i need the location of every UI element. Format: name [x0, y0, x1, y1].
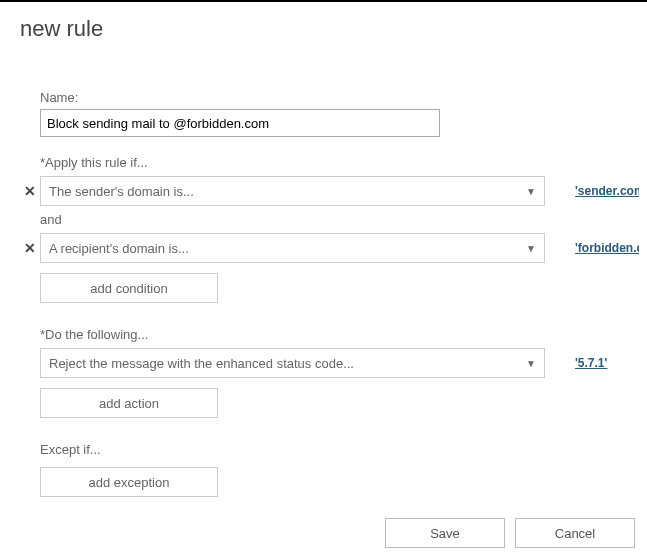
scroll-area[interactable]: Name: *Apply this rule if... ✕ The sende… — [20, 74, 639, 500]
dropdown-text: The sender's domain is... — [49, 184, 194, 199]
condition-value-sender[interactable]: 'sender.com' — [575, 184, 639, 198]
chevron-down-icon: ▼ — [526, 358, 536, 369]
condition-value-recipient[interactable]: 'forbidden.com' — [575, 241, 639, 255]
name-label: Name: — [40, 90, 635, 105]
condition-row: ✕ A recipient's domain is... ▼ 'forbidde… — [20, 233, 635, 263]
action-row: Reject the message with the enhanced sta… — [20, 348, 635, 378]
name-input[interactable] — [40, 109, 440, 137]
condition-row: ✕ The sender's domain is... ▼ 'sender.co… — [20, 176, 635, 206]
add-action-button[interactable]: add action — [40, 388, 218, 418]
chevron-down-icon: ▼ — [526, 186, 536, 197]
condition-dropdown-recipient-domain[interactable]: A recipient's domain is... ▼ — [40, 233, 545, 263]
cancel-button[interactable]: Cancel — [515, 518, 635, 548]
condition-dropdown-sender-domain[interactable]: The sender's domain is... ▼ — [40, 176, 545, 206]
and-label: and — [40, 212, 635, 227]
footer: Save Cancel — [385, 518, 635, 548]
close-icon[interactable]: ✕ — [20, 183, 40, 199]
page-title: new rule — [0, 2, 647, 42]
add-exception-button[interactable]: add exception — [40, 467, 218, 497]
except-if-label: Except if... — [40, 442, 635, 457]
action-dropdown-reject[interactable]: Reject the message with the enhanced sta… — [40, 348, 545, 378]
add-condition-button[interactable]: add condition — [40, 273, 218, 303]
apply-if-label: *Apply this rule if... — [40, 155, 635, 170]
do-following-label: *Do the following... — [40, 327, 635, 342]
chevron-down-icon: ▼ — [526, 243, 536, 254]
save-button[interactable]: Save — [385, 518, 505, 548]
action-value-status-code[interactable]: '5.7.1' — [575, 356, 607, 370]
dropdown-text: Reject the message with the enhanced sta… — [49, 356, 354, 371]
close-icon[interactable]: ✕ — [20, 240, 40, 256]
dropdown-text: A recipient's domain is... — [49, 241, 189, 256]
